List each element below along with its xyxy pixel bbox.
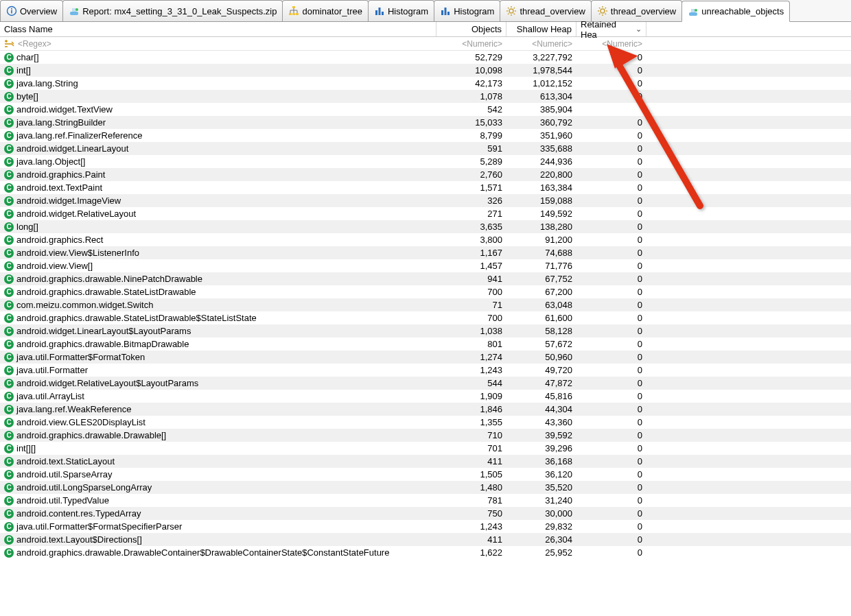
objects-value: 700 (487, 287, 502, 297)
table-row[interactable]: Cjava.lang.StringBuilder15,033360,7920 (0, 116, 851, 129)
table-row[interactable]: Candroid.graphics.drawable.Drawable[]710… (0, 429, 851, 442)
table-row[interactable]: Candroid.graphics.drawable.NinePatchDraw… (0, 272, 851, 285)
retained-value: 0 (638, 91, 642, 102)
table-row[interactable]: Candroid.graphics.drawable.DrawableConta… (0, 546, 851, 559)
table-row[interactable]: Cbyte[]1,078613,3040 (0, 90, 851, 103)
table-row[interactable]: Candroid.util.SparseArray1,50536,1200 (0, 468, 851, 481)
shallow-value: 351,960 (540, 130, 572, 141)
retained-value: 0 (638, 235, 642, 245)
tab-label: dominator_tree (302, 6, 362, 16)
column-header-objects[interactable]: Objects (436, 22, 506, 36)
retained-value: 0 (638, 534, 642, 545)
table-row[interactable]: Candroid.widget.LinearLayout$LayoutParam… (0, 324, 851, 337)
objects-value: 1,846 (480, 404, 502, 414)
objects-value: 1,243 (480, 365, 502, 375)
table-row[interactable]: Candroid.widget.RelativeLayout271149,592… (0, 207, 851, 220)
class-name: long[] (16, 222, 38, 232)
tab-report-mx4-setting-3-31-0-leak-suspects-zip[interactable]: Report: mx4_setting_3_31_0_Leak_Suspects… (62, 0, 283, 21)
table-row[interactable]: Cjava.lang.Object[]5,289244,9360 (0, 155, 851, 168)
column-header-class[interactable]: Class Name (0, 22, 436, 36)
class-icon: C (4, 144, 14, 154)
shallow-value: 159,088 (540, 196, 572, 206)
tab-overview[interactable]: Overview (0, 0, 63, 21)
class-name: android.content.res.TypedArray (16, 508, 141, 519)
column-header-shallow[interactable]: Shallow Heap (506, 22, 576, 36)
table-row[interactable]: Cjava.lang.String42,1731,012,1520 (0, 77, 851, 90)
retained-value: 0 (638, 222, 642, 232)
class-icon: C (4, 274, 14, 284)
svg-rect-13 (441, 10, 443, 15)
filter-objects-placeholder[interactable]: <Numeric> (462, 39, 502, 49)
tab-label: Report: mx4_setting_3_31_0_Leak_Suspects… (82, 6, 277, 16)
tab-dominator-tree[interactable]: dominator_tree (282, 0, 368, 21)
retained-value: 0 (638, 300, 642, 310)
table-row[interactable]: Candroid.widget.TextView542385,904 (0, 103, 851, 116)
class-name: java.lang.Object[] (16, 156, 85, 167)
shallow-value: 31,240 (545, 495, 572, 506)
shallow-value: 67,752 (545, 274, 572, 284)
gear-icon (597, 5, 608, 16)
tab-thread-overview[interactable]: thread_overview (500, 0, 591, 21)
filter-retained-placeholder[interactable]: <Numeric> (602, 39, 642, 49)
filter-shallow-placeholder[interactable]: <Numeric> (532, 39, 572, 49)
table-row[interactable]: Ccom.meizu.common.widget.Switch7163,0480 (0, 298, 851, 311)
column-header-retained[interactable]: Retained Hea ⌄ (576, 22, 646, 36)
table-row[interactable]: Candroid.graphics.drawable.BitmapDrawabl… (0, 337, 851, 351)
table-row[interactable]: Cchar[]52,7293,227,7920 (0, 51, 851, 64)
table-row[interactable]: Candroid.view.View$ListenerInfo1,16774,6… (0, 246, 851, 259)
class-name: java.lang.String (16, 78, 78, 88)
tab-thread-overview[interactable]: thread_overview (591, 0, 682, 21)
table-row[interactable]: Clong[]3,635138,2800 (0, 220, 851, 233)
class-icon: C (4, 248, 14, 258)
table-row[interactable]: Candroid.text.TextPaint1,571163,3840 (0, 181, 851, 194)
shallow-value: 50,960 (545, 352, 572, 362)
table-row[interactable]: Cjava.lang.ref.WeakReference1,84644,3040 (0, 403, 851, 416)
svg-line-21 (508, 8, 509, 9)
tab-histogram[interactable]: Histogram (434, 0, 500, 21)
table-row[interactable]: Cjava.lang.ref.FinalizerReference8,79935… (0, 129, 851, 142)
table-row[interactable]: Candroid.text.StaticLayout41136,1680 (0, 455, 851, 468)
objects-value: 3,800 (480, 235, 502, 245)
table-row[interactable]: Candroid.graphics.drawable.StateListDraw… (0, 311, 851, 324)
table-row[interactable]: Candroid.view.View[]1,45771,7760 (0, 259, 851, 272)
table-row[interactable]: Candroid.util.LongSparseLongArray1,48035… (0, 481, 851, 494)
table-row[interactable]: Candroid.graphics.Paint2,760220,8000 (0, 168, 851, 181)
table-row[interactable]: Candroid.graphics.Rect3,80091,2000 (0, 233, 851, 246)
table-row[interactable]: Cjava.util.Formatter$FormatToken1,27450,… (0, 351, 851, 364)
class-icon: C (4, 483, 14, 493)
table-row[interactable]: Cint[]10,0981,978,5440 (0, 64, 851, 77)
objects-value: 1,909 (480, 391, 502, 401)
svg-point-36 (695, 9, 697, 12)
table-row[interactable]: Cjava.util.ArrayList1,90945,8160 (0, 390, 851, 403)
table-row[interactable]: Cjava.util.Formatter1,24349,7200 (0, 364, 851, 377)
column-header-class-label: Class Name (4, 24, 53, 34)
table-row[interactable]: Candroid.content.res.TypedArray75030,000… (0, 507, 851, 520)
table-row[interactable]: Candroid.graphics.drawable.StateListDraw… (0, 285, 851, 298)
objects-value: 710 (487, 430, 502, 440)
class-name: android.graphics.drawable.BitmapDrawable (16, 339, 189, 349)
filter-class-placeholder[interactable]: <Regex> (18, 39, 51, 49)
class-icon: C (4, 79, 14, 88)
shallow-value: 613,304 (540, 91, 572, 102)
tab-histogram[interactable]: Histogram (368, 0, 434, 21)
table-row[interactable]: Candroid.widget.LinearLayout591335,6880 (0, 142, 851, 155)
shallow-value: 385,904 (540, 104, 572, 115)
tab-unreachable-objects[interactable]: unreachable_objects (681, 1, 790, 22)
class-icon: C (4, 509, 14, 519)
table-row[interactable]: Cjava.util.Formatter$FormatSpecifierPars… (0, 520, 851, 533)
table-row[interactable]: Cint[][]70139,2960 (0, 442, 851, 455)
regex-filter-icon[interactable] (4, 38, 15, 49)
svg-rect-7 (289, 13, 292, 15)
report-icon (688, 6, 699, 17)
retained-value: 0 (638, 78, 642, 88)
shallow-value: 1,978,544 (533, 65, 572, 75)
table-row[interactable]: Candroid.util.TypedValue78131,2400 (0, 494, 851, 507)
histogram-icon (440, 5, 451, 16)
shallow-value: 45,816 (545, 391, 572, 401)
shallow-value: 335,688 (540, 143, 572, 154)
table-row[interactable]: Candroid.widget.ImageView326159,0880 (0, 194, 851, 207)
class-icon: C (4, 327, 14, 336)
table-row[interactable]: Candroid.view.GLES20DisplayList1,35543,3… (0, 416, 851, 429)
table-row[interactable]: Candroid.text.Layout$Directions[]41126,3… (0, 533, 851, 546)
table-row[interactable]: Candroid.widget.RelativeLayout$LayoutPar… (0, 377, 851, 390)
